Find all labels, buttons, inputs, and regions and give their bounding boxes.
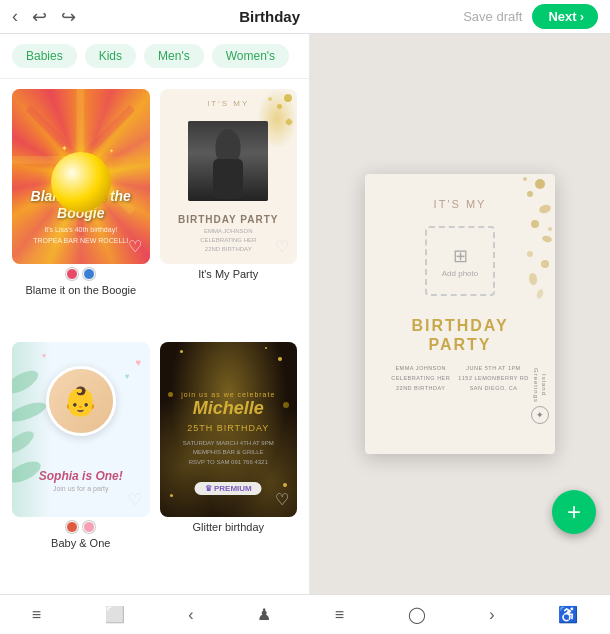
svg-point-9	[12, 398, 48, 425]
page-title: Birthday	[239, 8, 300, 25]
right-panel: IT'S MY ⊞ Add photo BIRTHDAY PARTY EMMA …	[310, 34, 610, 594]
preview-card: IT'S MY ⊞ Add photo BIRTHDAY PARTY EMMA …	[365, 174, 555, 454]
svg-point-17	[527, 251, 533, 257]
save-draft-button[interactable]: Save draft	[463, 9, 522, 24]
svg-point-16	[541, 235, 552, 243]
svg-point-14	[538, 203, 552, 215]
bottom-nav: ≡ ⬜ ‹ ♟ ≡ ◯ › ♿	[0, 594, 610, 634]
color-dots-1	[12, 268, 150, 280]
favorite-icon-2[interactable]: ♡	[275, 237, 289, 256]
person-icon: ♟	[257, 605, 271, 624]
add-fab-button[interactable]: +	[552, 490, 596, 534]
template-card-sophia[interactable]: ♥ ♥ ♥ 👶 Sophia is One! Join us for a par…	[12, 342, 150, 585]
svg-point-22	[535, 288, 544, 299]
next-button[interactable]: Next ›	[532, 4, 598, 29]
preview-its-my-label: IT'S MY	[434, 198, 487, 210]
card-label-2: It's My Party	[160, 268, 298, 280]
accessibility-icon: ♿	[558, 605, 578, 624]
add-photo-label: Add photo	[442, 269, 478, 278]
disco-ball: ✦ ✦	[51, 152, 111, 212]
chevron-right-icon: ›	[580, 9, 584, 24]
svg-point-20	[523, 177, 527, 181]
top-nav: ‹ ↩ ↪ Birthday Save draft Next ›	[0, 0, 610, 34]
card4-bday: 25TH BIRTHDAY	[187, 423, 269, 433]
template-card-glitter[interactable]: join us as we celebrate Michelle 25TH BI…	[160, 342, 298, 585]
category-mens[interactable]: Men's	[144, 44, 204, 68]
greetings-circle: ✦	[531, 406, 549, 424]
forward-nav-icon: ›	[489, 606, 494, 624]
template-grid: ✦ ✦ Blame it on the Boogie It's Lisa's 4…	[0, 79, 309, 594]
add-photo-icon: ⊞	[453, 245, 468, 267]
bottom-nav-item-forward[interactable]: ›	[489, 606, 494, 624]
card4-background: join us as we celebrate Michelle 25TH BI…	[160, 342, 298, 517]
card1-background: ✦ ✦ Blame it on the Boogie It's Lisa's 4…	[12, 89, 150, 264]
svg-point-19	[528, 272, 538, 285]
favorite-icon-3[interactable]: ♡	[128, 490, 142, 509]
card2-birthday-party: BIRTHDAY PARTY	[178, 214, 279, 225]
back-nav-icon: ‹	[188, 606, 193, 624]
color-dot-orange	[66, 521, 78, 533]
template-card-blame-boogie[interactable]: ✦ ✦ Blame it on the Boogie It's Lisa's 4…	[12, 89, 150, 332]
greetings-island-watermark: Greetings Island ✦	[531, 368, 549, 424]
bottom-nav-item-menu1[interactable]: ≡	[32, 606, 41, 624]
category-womens[interactable]: Women's	[212, 44, 289, 68]
bottom-nav-item-circle[interactable]: ◯	[408, 605, 426, 624]
hamburger-icon-1: ≡	[32, 606, 41, 624]
bottom-nav-item-menu2[interactable]: ≡	[335, 606, 344, 624]
nav-left: ‹ ↩ ↪	[12, 6, 76, 28]
preview-details-right: JUNE 5TH AT 1PM 1152 LEMONBERRY RD SAN D…	[458, 364, 529, 394]
card4-invite: join us as we celebrate	[181, 391, 275, 398]
category-babies[interactable]: Babies	[12, 44, 77, 68]
preview-birthday-party: BIRTHDAY PARTY	[377, 316, 543, 354]
card2-info: EMMA JOHNSON CELEBRATING HER 22ND BIRTHD…	[200, 227, 256, 254]
left-panel: Babies Kids Men's Women's	[0, 34, 310, 594]
redo-button[interactable]: ↪	[61, 6, 76, 28]
color-dot-pink	[66, 268, 78, 280]
preview-details-left: EMMA JOHNSON CELEBRATING HER 22ND BIRTHD…	[391, 364, 450, 394]
hamburger-icon-2: ≡	[335, 606, 344, 624]
svg-point-18	[541, 260, 549, 268]
bottom-nav-item-accessibility[interactable]: ♿	[558, 605, 578, 624]
undo-button[interactable]: ↩	[32, 6, 47, 28]
svg-point-21	[548, 227, 552, 231]
card1-venue: TROPEA BAR NEW ROCELLI	[12, 237, 150, 244]
add-fab-icon: +	[567, 498, 581, 526]
home-icon: ⬜	[105, 605, 125, 624]
card4-details: SATURDAY MARCH 4TH AT 9PM MEMPHIS BAR & …	[183, 439, 274, 468]
card2-background: IT'S MY BIRTHDAY PARTY EMMA JOHNSON	[160, 89, 298, 264]
category-row: Babies Kids Men's Women's	[0, 34, 309, 79]
card-label-4: Glitter birthday	[160, 521, 298, 533]
color-dot-blue	[83, 268, 95, 280]
card2-photo	[188, 121, 268, 201]
category-kids[interactable]: Kids	[85, 44, 136, 68]
svg-point-13	[527, 191, 533, 197]
bottom-nav-item-home[interactable]: ⬜	[105, 605, 125, 624]
bottom-nav-item-back[interactable]: ‹	[188, 606, 193, 624]
color-dot-pink-light	[83, 521, 95, 533]
card-label-1: Blame it on the Boogie	[12, 284, 150, 296]
card-label-3: Baby & One	[12, 537, 150, 549]
bottom-nav-item-person[interactable]: ♟	[257, 605, 271, 624]
card1-subtitle: It's Lisa's 40th birthday!	[12, 226, 150, 233]
template-card-its-my-party[interactable]: IT'S MY BIRTHDAY PARTY EMMA JOHNSON	[160, 89, 298, 332]
circle-icon: ◯	[408, 605, 426, 624]
card2-its-my: IT'S MY	[207, 99, 249, 108]
favorite-icon-4[interactable]: ♡	[275, 490, 289, 509]
nav-right: Save draft Next ›	[463, 4, 598, 29]
card3-background: ♥ ♥ ♥ 👶 Sophia is One! Join us for a par…	[12, 342, 150, 517]
svg-point-10	[12, 427, 37, 457]
svg-point-8	[12, 366, 42, 398]
card4-name: Michelle	[193, 398, 264, 419]
svg-point-11	[12, 457, 44, 487]
premium-badge: ♛ PREMIUM	[195, 482, 262, 495]
main-content: Babies Kids Men's Women's	[0, 34, 610, 594]
svg-point-12	[535, 179, 545, 189]
color-dots-3	[12, 521, 150, 533]
add-photo-button[interactable]: ⊞ Add photo	[425, 226, 495, 296]
preview-details: EMMA JOHNSON CELEBRATING HER 22ND BIRTHD…	[391, 364, 529, 394]
svg-point-15	[531, 220, 539, 228]
back-button[interactable]: ‹	[12, 6, 18, 27]
